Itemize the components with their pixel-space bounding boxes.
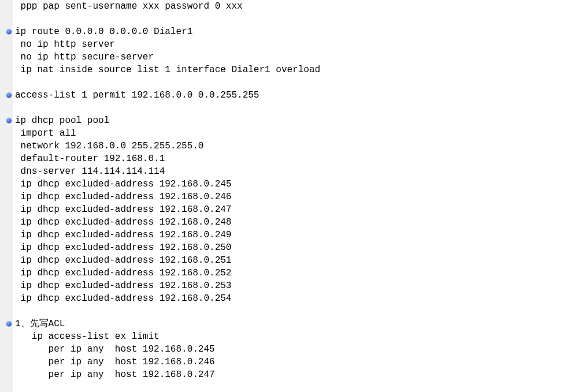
code-line[interactable]: no ip http secure-server xyxy=(13,51,563,64)
gutter-line xyxy=(0,241,10,254)
code-line-text: per ip any host 192.168.0.245 xyxy=(13,343,215,356)
code-line-text: ip dhcp excluded-address 192.168.0.250 xyxy=(13,241,231,254)
code-line[interactable]: ip dhcp excluded-address 192.168.0.245 xyxy=(13,178,563,191)
gutter-line xyxy=(0,279,10,292)
code-line-text: ip dhcp excluded-address 192.168.0.245 xyxy=(13,178,231,191)
fold-marker-icon[interactable] xyxy=(6,118,12,124)
code-line[interactable] xyxy=(13,305,563,318)
gutter-line xyxy=(0,356,10,368)
editor-gutter xyxy=(0,0,13,392)
gutter-line xyxy=(0,203,10,216)
code-line[interactable]: ip dhcp excluded-address 192.168.0.253 xyxy=(13,279,563,292)
code-line-text: ip dhcp excluded-address 192.168.0.246 xyxy=(13,191,231,203)
code-line-text: per ip any host 192.168.0.246 xyxy=(13,356,215,368)
gutter-line xyxy=(0,38,10,51)
code-line[interactable]: ip dhcp excluded-address 192.168.0.254 xyxy=(13,292,563,305)
code-line-text: ip dhcp excluded-address 192.168.0.247 xyxy=(13,203,231,216)
gutter-line xyxy=(0,368,10,381)
code-line[interactable]: 1、先写ACL xyxy=(13,318,563,330)
gutter-line xyxy=(0,127,10,140)
code-line[interactable]: ip dhcp excluded-address 192.168.0.248 xyxy=(13,216,563,229)
code-line-text: ip access-list ex limit xyxy=(13,330,160,343)
code-line[interactable]: ip dhcp excluded-address 192.168.0.247 xyxy=(13,203,563,216)
code-line-text: network 192.168.0.0 255.255.255.0 xyxy=(13,140,203,152)
code-line[interactable]: per ip any host 192.168.0.245 xyxy=(13,343,563,356)
gutter-line xyxy=(0,152,10,165)
gutter-line xyxy=(0,343,10,356)
gutter-line xyxy=(0,292,10,305)
code-line[interactable]: ip dhcp excluded-address 192.168.0.246 xyxy=(13,191,563,203)
code-line[interactable]: ppp pap sent-username xxx password 0 xxx xyxy=(13,0,563,13)
code-line-text: ip route 0.0.0.0 0.0.0.0 Dialer1 xyxy=(13,25,192,38)
gutter-line xyxy=(0,64,10,76)
gutter-line xyxy=(0,178,10,191)
code-line[interactable]: ip dhcp excluded-address 192.168.0.250 xyxy=(13,241,563,254)
code-line-text: per ip any host 192.168.0.247 xyxy=(13,368,215,381)
code-line-text: access-list 1 permit 192.168.0.0 0.0.255… xyxy=(13,89,259,102)
gutter-line xyxy=(0,13,10,25)
code-line[interactable]: ip dhcp pool pool xyxy=(13,114,563,127)
editor-code-area[interactable]: ppp pap sent-username xxx password 0 xxx… xyxy=(13,0,563,392)
code-line-text: ip nat inside source list 1 interface Di… xyxy=(13,64,320,76)
code-line-text: ip dhcp excluded-address 192.168.0.253 xyxy=(13,279,231,292)
code-line[interactable]: import all xyxy=(13,127,563,140)
code-line-text: no ip http secure-server xyxy=(13,51,154,64)
gutter-line xyxy=(0,51,10,64)
code-line-text: default-router 192.168.0.1 xyxy=(13,152,165,165)
code-line-text: ip dhcp pool pool xyxy=(13,114,109,127)
gutter-line xyxy=(0,305,10,318)
code-line[interactable]: ip nat inside source list 1 interface Di… xyxy=(13,64,563,76)
code-line[interactable]: ip dhcp excluded-address 192.168.0.252 xyxy=(13,267,563,279)
code-line-text: ip dhcp excluded-address 192.168.0.252 xyxy=(13,267,231,279)
code-line[interactable]: per ip any host 192.168.0.246 xyxy=(13,356,563,368)
code-line-text: dns-server 114.114.114.114 xyxy=(13,165,165,178)
gutter-line xyxy=(0,102,10,114)
code-line[interactable] xyxy=(13,76,563,89)
text-editor[interactable]: ppp pap sent-username xxx password 0 xxx… xyxy=(0,0,563,392)
code-line[interactable]: per ip any host 192.168.0.247 xyxy=(13,368,563,381)
code-line-text: no ip http server xyxy=(13,38,115,51)
code-line[interactable] xyxy=(13,13,563,25)
gutter-line xyxy=(0,191,10,203)
code-line-text: ip dhcp excluded-address 192.168.0.249 xyxy=(13,229,231,241)
fold-marker-icon[interactable] xyxy=(6,93,12,98)
gutter-line xyxy=(0,0,10,13)
code-line[interactable]: access-list 1 permit 192.168.0.0 0.0.255… xyxy=(13,89,563,102)
code-line[interactable]: ip dhcp excluded-address 192.168.0.251 xyxy=(13,254,563,267)
gutter-line xyxy=(0,165,10,178)
code-line[interactable]: ip dhcp excluded-address 192.168.0.249 xyxy=(13,229,563,241)
code-line[interactable]: default-router 192.168.0.1 xyxy=(13,152,563,165)
gutter-line xyxy=(0,140,10,152)
gutter-line xyxy=(0,76,10,89)
gutter-line xyxy=(0,216,10,229)
code-line-text: ip dhcp excluded-address 192.168.0.254 xyxy=(13,292,231,305)
code-line-text: 1、先写ACL xyxy=(13,318,65,330)
code-line[interactable]: dns-server 114.114.114.114 xyxy=(13,165,563,178)
code-line[interactable]: network 192.168.0.0 255.255.255.0 xyxy=(13,140,563,152)
code-line[interactable]: ip access-list ex limit xyxy=(13,330,563,343)
code-line[interactable]: no ip http server xyxy=(13,38,563,51)
gutter-line xyxy=(0,229,10,241)
gutter-line xyxy=(0,267,10,279)
fold-marker-icon[interactable] xyxy=(6,29,12,35)
gutter-line xyxy=(0,254,10,267)
code-line[interactable]: ip route 0.0.0.0 0.0.0.0 Dialer1 xyxy=(13,25,563,38)
gutter-line xyxy=(0,330,10,343)
fold-marker-icon[interactable] xyxy=(6,322,12,327)
code-line-text: ppp pap sent-username xxx password 0 xxx xyxy=(13,0,243,13)
code-line-text: ip dhcp excluded-address 192.168.0.248 xyxy=(13,216,231,229)
code-line[interactable] xyxy=(13,102,563,114)
code-line-text: ip dhcp excluded-address 192.168.0.251 xyxy=(13,254,231,267)
code-line-text: import all xyxy=(13,127,76,140)
